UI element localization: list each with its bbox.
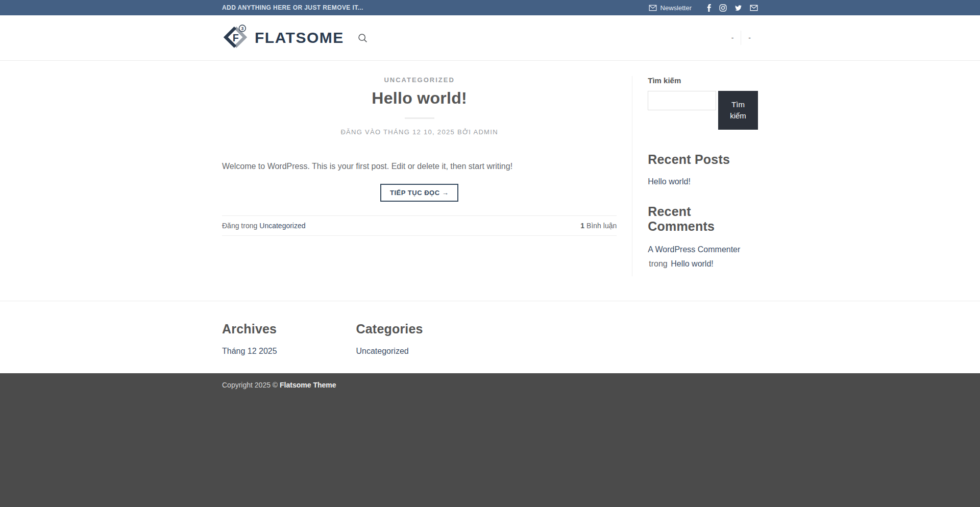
search-widget: Tìm kiếm Tìm kiếm (648, 76, 758, 130)
brand-name: FLATSOME (255, 30, 344, 45)
email-icon[interactable] (750, 5, 758, 11)
flatsome-logo-icon: F 3 (222, 24, 249, 52)
category-link[interactable]: Uncategorized (356, 347, 409, 355)
recent-comments-title: Recent Comments (648, 204, 758, 234)
post-footer: Đăng trong Uncategorized 1Bình luận (222, 215, 617, 236)
svg-text:3: 3 (241, 26, 243, 31)
twitter-icon[interactable] (734, 5, 742, 11)
social-icons (707, 4, 758, 12)
comment-author-link[interactable]: A WordPress Commenter (648, 245, 740, 254)
newsletter-link[interactable]: Newsletter (649, 4, 692, 12)
recent-comment-item: A WordPress Commenter trong Hello world! (648, 243, 758, 272)
archives-title: Archives (222, 322, 356, 336)
post-category-link[interactable]: UNCATEGORIZED (222, 76, 617, 84)
post-divider (405, 117, 434, 119)
recent-posts-title: Recent Posts (648, 152, 758, 167)
copyright-brand: Flatsome Theme (280, 381, 336, 389)
main-content: UNCATEGORIZED Hello world! ĐĂNG VÀO THÁN… (0, 61, 980, 301)
recent-post-link[interactable]: Hello world! (648, 177, 691, 186)
archive-item: Tháng 12 2025 (222, 347, 356, 356)
envelope-icon (649, 5, 657, 11)
post-title[interactable]: Hello world! (222, 89, 617, 108)
sidebar-search-input[interactable] (648, 91, 716, 110)
instagram-icon[interactable] (719, 4, 727, 12)
footer-widgets: Archives Tháng 12 2025 Categories Uncate… (0, 301, 980, 373)
sidebar: Tìm kiếm Tìm kiếm Recent Posts Hello wor… (632, 76, 758, 276)
post-meta: ĐĂNG VÀO THÁNG 12 10, 2025 BỞI ADMIN (222, 128, 617, 136)
header-nav: - - (724, 31, 758, 45)
post-header: UNCATEGORIZED Hello world! ĐĂNG VÀO THÁN… (222, 76, 617, 136)
absolute-footer: Copyright 2025 © Flatsome Theme (0, 373, 980, 507)
comments-count: 1 (580, 222, 584, 230)
categories-title: Categories (356, 322, 491, 336)
site-logo[interactable]: F 3 FLATSOME (222, 24, 344, 52)
copyright-prefix: Copyright 2025 © (222, 381, 280, 389)
archive-link[interactable]: Tháng 12 2025 (222, 347, 277, 355)
topbar-right-nav: Newsletter (649, 4, 758, 12)
header-nav-link-2[interactable]: - (741, 34, 758, 42)
recent-post-item: Hello world! (648, 176, 758, 187)
recent-posts-widget: Recent Posts Hello world! (648, 152, 758, 187)
archives-widget: Archives Tháng 12 2025 (222, 318, 356, 356)
sidebar-search-button[interactable]: Tìm kiếm (718, 91, 758, 130)
copyright-text: Copyright 2025 © Flatsome Theme (222, 381, 758, 389)
posted-in-label: Đăng trong (222, 222, 257, 230)
svg-text:F: F (233, 32, 239, 43)
comment-post-link[interactable]: Hello world! (671, 259, 714, 268)
recent-comments-widget: Recent Comments A WordPress Commenter tr… (648, 204, 758, 272)
posted-in-category-link[interactable]: Uncategorized (259, 222, 305, 230)
comment-connector: trong (649, 259, 667, 268)
comments-label: Bình luận (586, 222, 617, 230)
search-widget-label: Tìm kiếm (648, 76, 758, 85)
top-bar: ADD ANYTHING HERE OR JUST REMOVE IT... N… (0, 0, 980, 15)
read-more-button[interactable]: TIẾP TỤC ĐỌC → (380, 184, 458, 202)
blog-post: UNCATEGORIZED Hello world! ĐĂNG VÀO THÁN… (222, 76, 632, 276)
header-nav-link-1[interactable]: - (724, 34, 741, 42)
newsletter-label: Newsletter (660, 4, 692, 12)
site-header: F 3 FLATSOME - - (0, 15, 980, 61)
category-item: Uncategorized (356, 347, 491, 356)
search-icon[interactable] (357, 33, 368, 43)
categories-widget: Categories Uncategorized (356, 318, 491, 356)
topbar-message: ADD ANYTHING HERE OR JUST REMOVE IT... (222, 4, 363, 11)
comments-link[interactable]: 1Bình luận (580, 222, 617, 230)
post-excerpt: Welcome to WordPress. This is your first… (222, 160, 617, 173)
facebook-icon[interactable] (707, 4, 712, 12)
